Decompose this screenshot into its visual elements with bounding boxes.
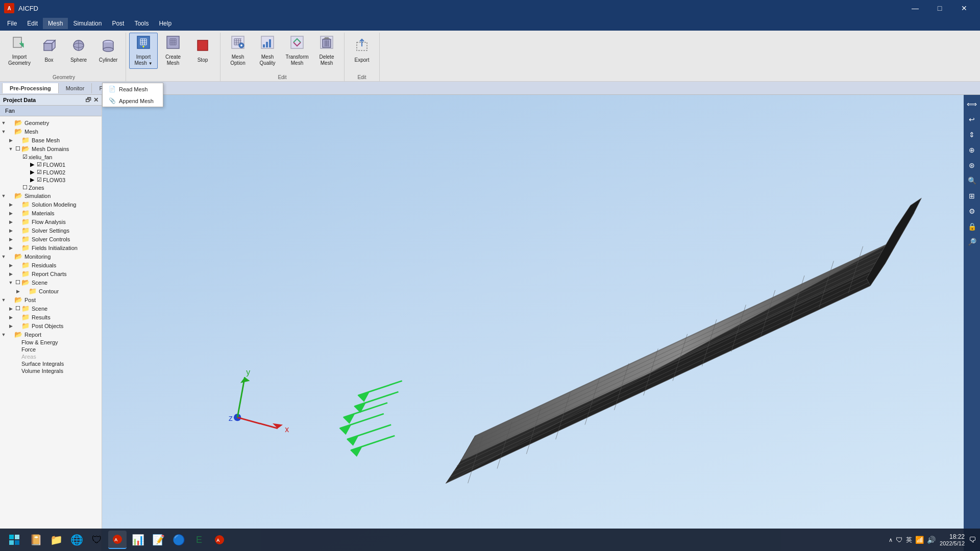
toolbar-tab-pre-processing[interactable]: Pre-Processing [2, 83, 59, 93]
taskbar-onenote[interactable]: 📔 [27, 531, 45, 549]
tree-item[interactable]: Surface Integrals [0, 360, 102, 367]
tree-expand-icon[interactable]: ▶ [29, 177, 36, 183]
tree-item[interactable]: Flow & Energy [0, 339, 102, 346]
taskbar-app3[interactable]: 📊 [129, 531, 147, 549]
delete-mesh-button[interactable]: DeleteMesh [312, 33, 341, 69]
panel-close-button[interactable]: ✕ [93, 96, 99, 104]
tree-item[interactable]: ▼📂Geometry [0, 118, 102, 127]
tree-expand-icon[interactable]: ▶ [7, 245, 14, 251]
tree-expand-icon[interactable]: ▼ [0, 120, 7, 126]
tray-volume[interactable]: 🔊 [927, 536, 936, 544]
taskbar-aicfd[interactable]: A [210, 531, 229, 549]
import-geometry-button[interactable]: ImportGeometry [5, 33, 34, 69]
sphere-button[interactable]: Sphere [64, 33, 93, 69]
taskbar-app1[interactable]: 🛡 [88, 531, 106, 549]
tree-checkbox[interactable]: ☑ [36, 161, 43, 168]
tray-lang[interactable]: 英 [906, 536, 912, 544]
right-btn-2[interactable]: ↩ [965, 112, 979, 127]
menu-item-file[interactable]: File [2, 18, 22, 29]
tree-checkbox[interactable]: ☑ [36, 169, 43, 176]
taskbar-browser[interactable]: 🌐 [67, 531, 86, 549]
stop-button[interactable]: Stop [188, 33, 217, 69]
taskbar-app4[interactable]: 🔵 [169, 531, 188, 549]
tree-checkbox[interactable]: ☐ [14, 145, 21, 152]
transform-mesh-button[interactable]: TransformMesh [283, 33, 311, 69]
tree-checkbox[interactable]: ☐ [21, 184, 29, 191]
import-mesh-button[interactable]: ImportMesh ▼ [129, 33, 158, 69]
cylinder-button[interactable]: Cylinder [94, 33, 122, 69]
tree-expand-icon[interactable]: ▼ [0, 297, 7, 303]
viewport[interactable]: x y z ⟺ ↩ ⇕ ⊕ ⊛ 🔍 [102, 95, 980, 551]
tree-item[interactable]: Force [0, 346, 102, 353]
tree-expand-icon[interactable]: ▶ [7, 228, 14, 233]
menu-item-help[interactable]: Help [154, 18, 177, 29]
tree-item[interactable]: ▶☐📁Scene [0, 304, 102, 313]
right-btn-7[interactable]: ⊞ [965, 189, 979, 203]
tray-expand[interactable]: ∧ [889, 537, 893, 543]
tree-item[interactable]: ▶📁Materials [0, 209, 102, 217]
tree-item[interactable]: ▼📂Post [0, 295, 102, 304]
taskbar-word[interactable]: 📝 [149, 531, 167, 549]
tree-expand-icon[interactable]: ▼ [0, 332, 7, 337]
right-btn-5[interactable]: ⊛ [965, 158, 979, 172]
tree-item[interactable]: ▶☑FLOW01 [0, 161, 102, 168]
create-mesh-button[interactable]: CreateMesh [159, 33, 187, 69]
tree-item[interactable]: ☑xieliu_fan [0, 153, 102, 161]
tree-checkbox[interactable]: ☑ [21, 154, 29, 160]
mesh-quality-button[interactable]: MeshQuality [253, 33, 282, 69]
tree-expand-icon[interactable]: ▶ [29, 169, 36, 176]
box-button[interactable]: Box [35, 33, 63, 69]
tree-item[interactable]: ▼📂Mesh [0, 127, 102, 136]
notification-button[interactable]: 🗨 [969, 536, 976, 544]
tree-expand-icon[interactable]: ▶ [7, 263, 14, 268]
tree-item[interactable]: ▶📁Residuals [0, 261, 102, 269]
tree-item[interactable]: ☐Zones [0, 184, 102, 191]
tree-expand-icon[interactable]: ▶ [29, 161, 36, 168]
right-btn-10[interactable]: 🔎 [965, 235, 979, 249]
right-btn-9[interactable]: 🔒 [965, 219, 979, 234]
tree-item[interactable]: ▶📁Solver Settings [0, 226, 102, 235]
maximize-button[interactable]: □ [928, 0, 951, 16]
tree-expand-icon[interactable]: ▶ [7, 138, 14, 143]
tree-item[interactable]: ▶📁Solution Modeling [0, 200, 102, 209]
menu-item-post[interactable]: Post [107, 18, 129, 29]
tree-checkbox[interactable]: ☐ [14, 279, 21, 286]
menu-item-tools[interactable]: Tools [129, 18, 154, 29]
append-mesh-item[interactable]: 📎 Append Mesh [103, 95, 163, 107]
tree-expand-icon[interactable]: ▼ [0, 193, 7, 198]
right-btn-6[interactable]: 🔍 [965, 173, 979, 188]
tree-expand-icon[interactable]: ▼ [0, 254, 7, 259]
tree-expand-icon[interactable]: ▶ [7, 219, 14, 224]
tree-item[interactable]: ▶📁Base Mesh [0, 136, 102, 144]
tree-expand-icon[interactable]: ▼ [7, 280, 14, 285]
right-btn-1[interactable]: ⟺ [965, 97, 979, 111]
menu-item-simulation[interactable]: Simulation [68, 18, 107, 29]
tree-checkbox[interactable]: ☐ [14, 305, 21, 312]
taskbar-folder[interactable]: 📁 [47, 531, 65, 549]
tree-checkbox[interactable]: ☑ [36, 177, 43, 183]
tree-expand-icon[interactable]: ▶ [14, 289, 21, 294]
mesh-option-button[interactable]: MeshOption [224, 33, 252, 69]
export-button[interactable]: Export [348, 33, 376, 68]
right-btn-3[interactable]: ⇕ [965, 128, 979, 142]
clock[interactable]: 18:22 2022/5/12 [940, 533, 965, 546]
tree-expand-icon[interactable]: ▶ [7, 306, 14, 311]
minimize-button[interactable]: — [903, 0, 927, 16]
close-button[interactable]: ✕ [952, 0, 976, 16]
tree-item[interactable]: ▶📁Post Objects [0, 321, 102, 330]
right-btn-4[interactable]: ⊕ [965, 143, 979, 157]
tree-item[interactable]: ▼📂Simulation [0, 191, 102, 200]
tree-expand-icon[interactable]: ▶ [7, 237, 14, 242]
tree-item[interactable]: ▶☑FLOW03 [0, 176, 102, 184]
menu-item-mesh[interactable]: Mesh [43, 18, 68, 29]
read-mesh-item[interactable]: 📄 Read Mesh [103, 83, 163, 95]
tree-expand-icon[interactable]: ▼ [0, 129, 7, 134]
tree-item[interactable]: Volume Integrals [0, 367, 102, 374]
start-button[interactable] [4, 531, 24, 549]
tree-item[interactable]: ▶📁Contour [0, 287, 102, 295]
tree-item[interactable]: ▶📁Solver Controls [0, 235, 102, 243]
tray-security[interactable]: 🛡 [896, 536, 903, 544]
right-btn-8[interactable]: ⚙ [965, 204, 979, 218]
tree-item[interactable]: ▶☑FLOW02 [0, 168, 102, 176]
tree-item[interactable]: ▼📂Monitoring [0, 252, 102, 261]
